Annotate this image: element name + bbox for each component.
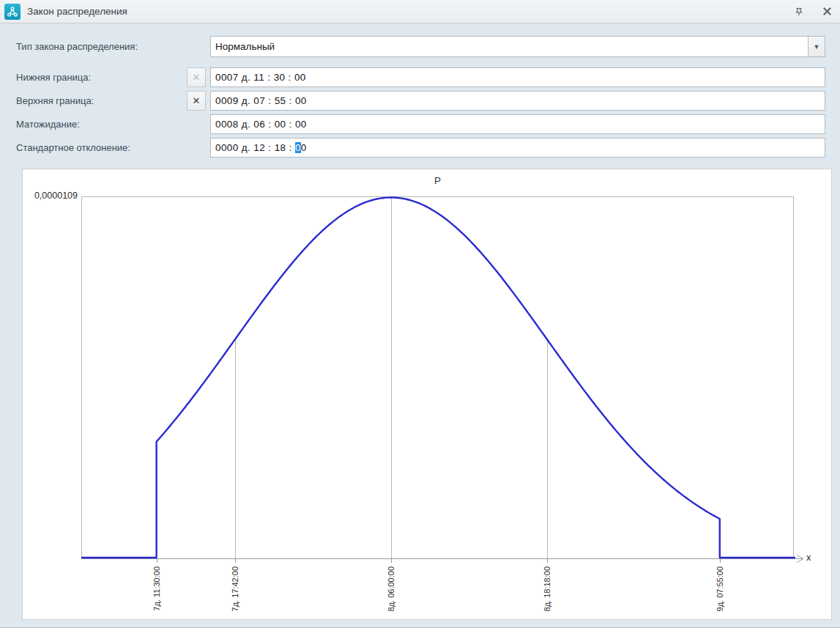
mean-row: Матожидание: 0008 д. 06 : 00 : 00 xyxy=(16,114,825,134)
distribution-type-combobox[interactable]: Нормальный ▼ xyxy=(210,36,825,57)
distribution-type-value: Нормальный xyxy=(211,37,808,56)
upper-bound-label: Верхняя граница: xyxy=(16,95,187,106)
chevron-down-icon[interactable]: ▼ xyxy=(808,37,825,56)
lower-bound-row: Нижняя граница: ✕ 0007 д. 11 : 30 : 00 xyxy=(16,67,825,87)
distribution-type-label: Тип закона распределения: xyxy=(16,41,187,52)
close-icon[interactable] xyxy=(820,5,833,18)
window-title: Закон распределения xyxy=(27,6,127,17)
distribution-type-row: Тип закона распределения: Нормальный ▼ xyxy=(16,36,825,57)
distribution-law-window: Закон распределения xyxy=(0,0,840,628)
mean-label: Матожидание: xyxy=(16,119,187,130)
upper-bound-field[interactable]: 0009 д. 07 : 55 : 00 xyxy=(210,91,825,111)
lower-bound-clear-button[interactable]: ✕ xyxy=(187,67,206,87)
std-dev-label: Стандартное отклонение: xyxy=(16,142,187,153)
upper-bound-row: Верхняя граница: ✕ 0009 д. 07 : 55 : 00 xyxy=(16,91,825,111)
network-nodes-icon xyxy=(4,4,21,20)
distribution-curve xyxy=(81,198,795,558)
mean-field[interactable]: 0008 д. 06 : 00 : 00 xyxy=(210,114,825,134)
x-axis-label: x xyxy=(806,552,811,563)
peak-value-label: 0,0000109 xyxy=(23,191,78,201)
chart-title: P xyxy=(81,175,794,186)
titlebar: Закон распределения xyxy=(0,0,840,23)
upper-bound-clear-button[interactable]: ✕ xyxy=(187,91,206,111)
plot-area xyxy=(81,196,814,567)
plot-frame xyxy=(82,197,794,559)
distribution-chart-panel: P 0,0000109 7д. 11:30:007д. 17:42:008д. … xyxy=(22,169,832,620)
lower-bound-field[interactable]: 0007 д. 11 : 30 : 00 xyxy=(210,67,825,87)
distribution-form: Тип закона распределения: Нормальный ▼ Н… xyxy=(0,23,840,158)
std-dev-row: Стандартное отклонение: 0000 д. 12 : 18 … xyxy=(16,138,825,158)
lower-bound-label: Нижняя граница: xyxy=(16,72,187,83)
pin-icon[interactable] xyxy=(792,5,806,18)
text-selection: 0 xyxy=(295,142,301,153)
std-dev-field[interactable]: 0000 д. 12 : 18 : 00 xyxy=(210,138,825,158)
